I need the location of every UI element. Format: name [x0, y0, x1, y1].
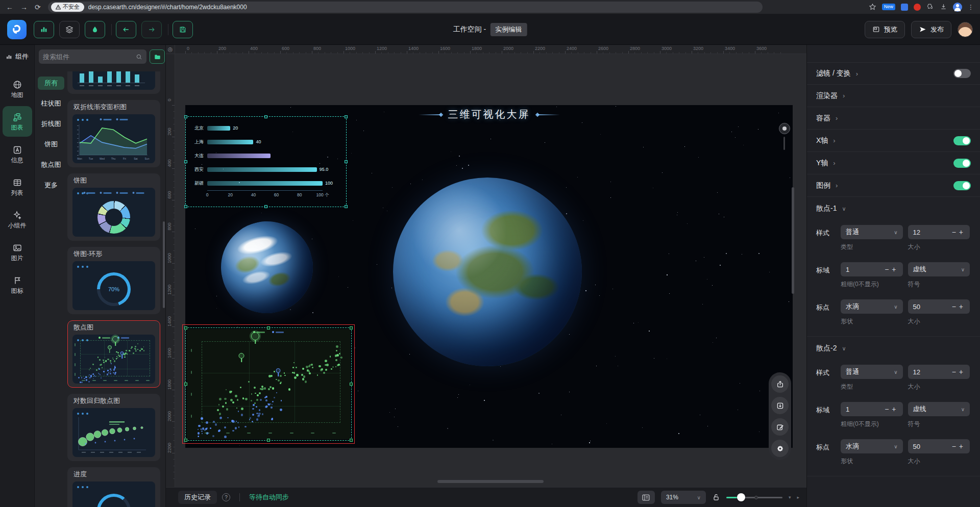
canvas-h-scrollbar[interactable]	[437, 480, 544, 483]
category-tab-4[interactable]: 散点图	[38, 158, 64, 171]
stepper[interactable]: 50−+	[908, 439, 970, 453]
dropdown[interactable]: 水滴∨	[841, 439, 903, 453]
selection-handle-n[interactable]	[267, 326, 270, 329]
bar-chart-widget[interactable]: 北京20上海40大连西安95.0新疆100 020406080100 个	[185, 116, 347, 207]
component-card-scatter[interactable]: 散点图	[67, 320, 160, 388]
plus-button[interactable]: +	[958, 302, 965, 311]
panel-section-row[interactable]: X轴›	[807, 130, 980, 152]
plus-button[interactable]: +	[958, 368, 965, 376]
stepper[interactable]: 12−+	[908, 365, 970, 379]
dropdown[interactable]: 虚线∨	[908, 262, 970, 276]
settings-button[interactable]	[771, 440, 789, 457]
toggle-switch[interactable]	[953, 181, 971, 190]
stepper[interactable]: 12−+	[908, 225, 970, 239]
plus-button[interactable]: +	[958, 442, 965, 450]
minus-button[interactable]: −	[883, 265, 890, 273]
stepper[interactable]: 1−+	[841, 262, 903, 276]
dropdown[interactable]: 水滴∨	[841, 299, 903, 314]
minus-button[interactable]: −	[950, 228, 958, 236]
component-card-progress[interactable]: 进度	[67, 467, 160, 507]
asset-folder-button[interactable]	[150, 49, 165, 64]
category-tab-2[interactable]: 折线图	[38, 117, 64, 131]
group-header[interactable]: 散点-2∨	[807, 337, 980, 360]
bookmark-star-icon[interactable]	[869, 3, 876, 11]
category-tab-3[interactable]: 饼图	[38, 138, 64, 151]
selection-handle-n[interactable]	[264, 115, 267, 118]
dropdown[interactable]: 普通∨	[841, 225, 903, 239]
selection-handle-e[interactable]	[350, 383, 353, 386]
history-button[interactable]: 历史记录	[178, 491, 217, 504]
ruler-corner-toggle[interactable]: ◎	[166, 45, 175, 54]
theme-button[interactable]	[85, 21, 105, 38]
app-logo[interactable]	[7, 20, 27, 39]
toggle-switch[interactable]	[953, 136, 971, 145]
selection-handle-ne[interactable]	[350, 326, 353, 329]
browser-reload-icon[interactable]: ⟳	[35, 4, 41, 11]
selection-handle-se[interactable]	[350, 439, 353, 442]
browser-back-icon[interactable]: ←	[6, 4, 13, 11]
zoom-level-select[interactable]: 31% ∨	[661, 491, 706, 504]
sidebar-item-info[interactable]: 信息	[3, 139, 32, 169]
help-icon[interactable]: ?	[222, 493, 230, 501]
dropdown[interactable]: 虚线∨	[908, 402, 970, 416]
selection-handle-w[interactable]	[184, 160, 187, 163]
selection-handle-e[interactable]	[345, 160, 348, 163]
selection-handle-s[interactable]	[267, 439, 270, 442]
component-search[interactable]	[39, 49, 146, 64]
plus-button[interactable]: +	[890, 265, 897, 273]
security-chip[interactable]: 不安全	[51, 3, 84, 12]
undo-button[interactable]	[116, 21, 136, 38]
sidebar-item-list[interactable]: 列表	[3, 171, 32, 202]
lock-open-icon[interactable]	[712, 493, 720, 501]
artboard[interactable]: 三维可视化大屏 北京20上海40大连西安95.0新疆100 0204060801…	[185, 105, 793, 448]
component-card-bar-partial[interactable]	[67, 71, 160, 94]
sidebar-item-map[interactable]: 地图	[3, 73, 32, 104]
selection-handle-se[interactable]	[345, 205, 348, 208]
mode-badge[interactable]: 实例编辑	[490, 23, 527, 36]
toggle-switch[interactable]	[953, 69, 971, 78]
selection-handle-sw[interactable]	[184, 205, 187, 208]
minus-button[interactable]: −	[950, 442, 958, 450]
component-card-ring[interactable]: 饼图-环形70%	[67, 247, 160, 314]
globe-zoom-track[interactable]	[783, 137, 785, 150]
scatter-widget-red-frame[interactable]	[182, 324, 355, 444]
extensions-puzzle-icon[interactable]	[926, 3, 934, 11]
zoom-slider-knob[interactable]	[737, 493, 745, 501]
large-earth-globe[interactable]	[393, 178, 582, 366]
selection-handle-nw[interactable]	[184, 326, 187, 329]
edit-button[interactable]	[771, 418, 789, 436]
plus-button[interactable]: +	[890, 405, 897, 413]
panel-section-row[interactable]: 容器›	[807, 107, 980, 130]
save-button[interactable]	[173, 21, 193, 38]
browser-menu-icon[interactable]: ⋮	[968, 4, 974, 10]
dropdown[interactable]: 普通∨	[841, 365, 903, 379]
extension-blue-icon[interactable]	[901, 4, 908, 11]
canvas-v-scrollbar[interactable]	[792, 187, 794, 294]
preview-button[interactable]: 预览	[865, 21, 905, 38]
user-avatar[interactable]	[958, 22, 973, 37]
category-tab-1[interactable]: 柱状图	[38, 97, 64, 110]
zoom-slider[interactable]	[726, 497, 782, 498]
component-card-donut[interactable]: 饼图	[67, 173, 160, 241]
selection-handle-w[interactable]	[184, 383, 187, 386]
sidebar-item-image[interactable]: 图片	[3, 237, 32, 267]
group-header[interactable]: 散点-1∨	[807, 197, 980, 220]
minus-button[interactable]: −	[950, 302, 958, 311]
sidebar-item-widget[interactable]: 小组件	[3, 204, 32, 235]
toggle-switch[interactable]	[953, 159, 971, 168]
address-bar[interactable]: 不安全 desp.casearth.cn/designer/#/chart/ho…	[48, 2, 763, 13]
screen-title[interactable]: 三维可视化大屏	[448, 108, 530, 121]
category-tab-0[interactable]: 所有	[38, 77, 64, 90]
selection-handle-ne[interactable]	[345, 115, 348, 118]
panel-scrollbar[interactable]	[163, 221, 165, 308]
layers-button[interactable]	[59, 21, 80, 38]
browser-forward-icon[interactable]: →	[20, 4, 28, 11]
import-button[interactable]	[771, 397, 789, 414]
plus-button[interactable]: +	[958, 228, 965, 236]
export-button[interactable]	[771, 375, 789, 393]
selection-handle-s[interactable]	[264, 205, 267, 208]
panel-section-row[interactable]: Y轴›	[807, 152, 980, 174]
minimap-toggle-button[interactable]	[638, 491, 655, 504]
stepper[interactable]: 50−+	[908, 299, 970, 314]
globe-zoom-control[interactable]	[779, 123, 790, 134]
